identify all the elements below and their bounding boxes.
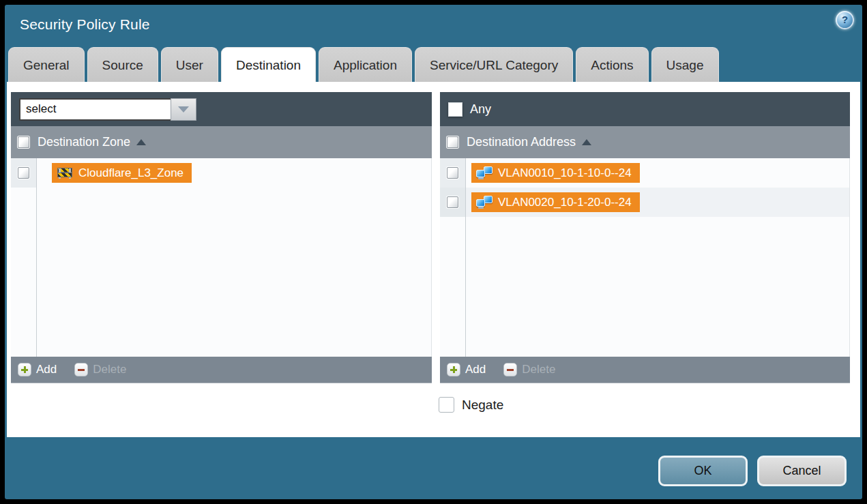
chevron-down-icon	[178, 106, 189, 113]
address-column-header[interactable]: Destination Address	[440, 126, 850, 158]
zone-filter-dropdown-button[interactable]	[171, 98, 196, 121]
table-row[interactable]: VLAN0020_10-1-20-0--24	[440, 188, 849, 217]
address-panel-header: Any	[440, 92, 850, 126]
destination-zone-panel: Destination Zone Cloudflare_L3_Zone	[11, 92, 432, 383]
zone-toolbar: Add Delete	[11, 357, 432, 383]
address-row-checkbox[interactable]	[447, 167, 458, 179]
tab-content: Destination Zone Cloudflare_L3_Zone	[7, 82, 860, 437]
add-address-button[interactable]: Add	[447, 363, 486, 376]
tab-user[interactable]: User	[161, 47, 218, 82]
sort-ascending-icon	[136, 139, 146, 145]
any-address-checkbox[interactable]	[448, 102, 462, 117]
delete-icon	[503, 363, 517, 376]
address-group-icon	[476, 196, 493, 209]
address-row-checkbox[interactable]	[447, 196, 458, 208]
zone-panel-header	[11, 92, 432, 126]
zone-row-checkbox[interactable]	[18, 167, 29, 179]
tab-service-url-category[interactable]: Service/URL Category	[415, 47, 573, 82]
delete-address-button[interactable]: Delete	[503, 363, 555, 376]
address-chip[interactable]: VLAN0020_10-1-20-0--24	[471, 192, 640, 212]
sort-ascending-icon	[582, 139, 591, 145]
help-icon[interactable]	[836, 11, 854, 29]
address-group-icon	[476, 166, 493, 179]
address-column-label: Destination Address	[467, 135, 576, 149]
address-chip[interactable]: VLAN0010_10-1-10-0--24	[471, 163, 640, 183]
zone-name: Cloudflare_L3_Zone	[78, 166, 183, 180]
zone-chip[interactable]: Cloudflare_L3_Zone	[52, 163, 192, 183]
row-checkbox-cell	[440, 158, 466, 188]
zone-checkbox-gutter	[11, 158, 37, 357]
security-policy-rule-dialog: Security Policy Rule General Source User…	[0, 0, 867, 504]
destination-address-panel: Any Destination Address	[440, 92, 850, 383]
table-row[interactable]: Cloudflare_L3_Zone	[11, 158, 431, 188]
dialog-title: Security Policy Rule	[20, 5, 150, 44]
address-toolbar: Add Delete	[440, 357, 850, 383]
any-label: Any	[470, 102, 491, 117]
zone-filter-input[interactable]	[19, 98, 171, 121]
zone-list: Cloudflare_L3_Zone	[11, 158, 432, 357]
row-checkbox-cell	[11, 158, 37, 188]
negate-row: Negate	[439, 397, 503, 413]
address-list: VLAN0010_10-1-10-0--24 VLAN0020_10-1-20-…	[440, 158, 850, 357]
select-all-addresses-checkbox[interactable]	[447, 136, 458, 148]
cancel-button[interactable]: Cancel	[757, 456, 847, 486]
negate-checkbox[interactable]	[439, 397, 454, 413]
tab-source[interactable]: Source	[87, 47, 158, 82]
title-bar: Security Policy Rule	[5, 5, 862, 46]
add-zone-button[interactable]: Add	[18, 363, 57, 376]
dialog-background: Security Policy Rule General Source User…	[5, 5, 862, 499]
row-checkbox-cell	[440, 188, 466, 217]
delete-icon	[74, 363, 88, 376]
zone-icon	[57, 167, 73, 179]
tab-application[interactable]: Application	[319, 47, 412, 82]
negate-label: Negate	[462, 398, 503, 413]
address-name: VLAN0020_10-1-20-0--24	[498, 196, 632, 209]
zone-column-header[interactable]: Destination Zone	[11, 126, 432, 158]
add-icon	[447, 363, 460, 376]
zone-column-label: Destination Zone	[38, 135, 130, 149]
tab-destination[interactable]: Destination	[221, 47, 316, 82]
delete-zone-button[interactable]: Delete	[74, 363, 126, 376]
select-all-zones-checkbox[interactable]	[18, 136, 29, 148]
tab-bar: General Source User Destination Applicat…	[8, 46, 862, 82]
table-row[interactable]: VLAN0010_10-1-10-0--24	[440, 158, 849, 188]
tab-actions[interactable]: Actions	[576, 47, 648, 82]
ok-button[interactable]: OK	[658, 456, 748, 486]
address-name: VLAN0010_10-1-10-0--24	[498, 166, 632, 180]
tab-general[interactable]: General	[8, 47, 85, 82]
zone-filter-combo	[19, 98, 196, 121]
tab-usage[interactable]: Usage	[651, 47, 719, 82]
add-icon	[18, 363, 31, 376]
